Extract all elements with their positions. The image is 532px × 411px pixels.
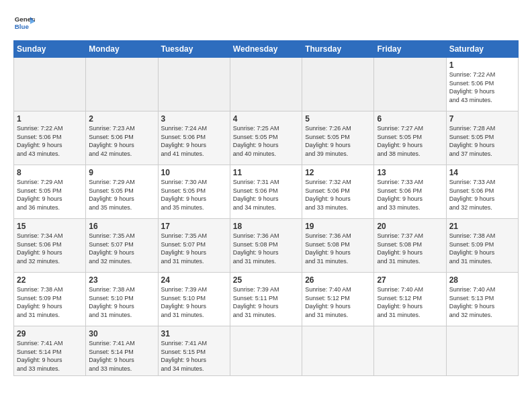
calendar-cell: 12 Sunrise: 7:32 AMSunset: 5:06 PMDaylig… <box>302 165 374 219</box>
calendar-cell: 1 Sunrise: 7:22 AMSunset: 5:06 PMDayligh… <box>14 111 86 165</box>
calendar-cell <box>446 326 518 376</box>
day-info: Sunrise: 7:26 AMSunset: 5:05 PMDaylight:… <box>305 125 351 157</box>
logo-icon: General Blue <box>13 12 35 34</box>
calendar-cell <box>158 58 230 111</box>
day-number: 21 <box>449 222 515 231</box>
calendar-cell: 28 Sunrise: 7:40 AMSunset: 5:13 PMDaylig… <box>446 273 518 326</box>
calendar-cell: 6 Sunrise: 7:27 AMSunset: 5:05 PMDayligh… <box>374 111 446 165</box>
calendar-cell: 5 Sunrise: 7:26 AMSunset: 5:05 PMDayligh… <box>302 111 374 165</box>
calendar-cell: 26 Sunrise: 7:40 AMSunset: 5:12 PMDaylig… <box>302 273 374 326</box>
day-info: Sunrise: 7:29 AMSunset: 5:05 PMDaylight:… <box>17 179 63 211</box>
day-info: Sunrise: 7:25 AMSunset: 5:05 PMDaylight:… <box>233 125 279 157</box>
day-info: Sunrise: 7:39 AMSunset: 5:11 PMDaylight:… <box>233 286 279 318</box>
day-number: 26 <box>305 275 371 285</box>
day-info: Sunrise: 7:36 AMSunset: 5:08 PMDaylight:… <box>233 232 279 265</box>
day-number: 18 <box>233 222 299 231</box>
page-container: General Blue SundayMondayTuesdayWednesda… <box>0 0 532 383</box>
day-info: Sunrise: 7:35 AMSunset: 5:07 PMDaylight:… <box>89 232 135 265</box>
day-info: Sunrise: 7:29 AMSunset: 5:05 PMDaylight:… <box>89 179 135 211</box>
calendar-cell: 29 Sunrise: 7:41 AMSunset: 5:14 PMDaylig… <box>14 326 86 376</box>
calendar-cell: 22 Sunrise: 7:38 AMSunset: 5:09 PMDaylig… <box>14 273 86 326</box>
day-info: Sunrise: 7:24 AMSunset: 5:06 PMDaylight:… <box>161 125 208 157</box>
day-number: 2 <box>89 114 154 124</box>
calendar-cell <box>302 58 374 111</box>
day-number: 16 <box>89 222 154 231</box>
day-info: Sunrise: 7:38 AMSunset: 5:10 PMDaylight:… <box>89 286 135 318</box>
calendar-header-row: SundayMondayTuesdayWednesdayThursdayFrid… <box>14 41 519 58</box>
calendar-cell: 3 Sunrise: 7:24 AMSunset: 5:06 PMDayligh… <box>158 111 230 165</box>
day-info: Sunrise: 7:35 AMSunset: 5:07 PMDaylight:… <box>161 232 208 265</box>
day-info: Sunrise: 7:27 AMSunset: 5:05 PMDaylight:… <box>377 125 423 157</box>
svg-text:Blue: Blue <box>15 23 30 30</box>
day-number: 13 <box>377 168 443 177</box>
col-header-wednesday: Wednesday <box>230 41 302 58</box>
calendar-cell <box>230 326 302 376</box>
calendar-cell <box>230 58 302 111</box>
col-header-saturday: Saturday <box>446 41 518 58</box>
day-number: 20 <box>377 222 443 231</box>
calendar-cell: 8 Sunrise: 7:29 AMSunset: 5:05 PMDayligh… <box>14 165 86 219</box>
day-number: 1 <box>17 114 83 124</box>
day-info: Sunrise: 7:34 AMSunset: 5:06 PMDaylight:… <box>17 232 63 265</box>
day-number: 27 <box>377 275 443 285</box>
day-number: 3 <box>161 114 227 124</box>
col-header-sunday: Sunday <box>14 41 86 58</box>
day-info: Sunrise: 7:36 AMSunset: 5:08 PMDaylight:… <box>305 232 351 265</box>
calendar-cell: 7 Sunrise: 7:28 AMSunset: 5:05 PMDayligh… <box>446 111 518 165</box>
day-number: 22 <box>17 275 83 285</box>
day-number: 6 <box>377 114 443 124</box>
calendar-week-row: 29 Sunrise: 7:41 AMSunset: 5:14 PMDaylig… <box>14 326 519 376</box>
day-info: Sunrise: 7:22 AMSunset: 5:06 PMDaylight:… <box>17 125 63 157</box>
calendar-cell: 10 Sunrise: 7:30 AMSunset: 5:05 PMDaylig… <box>158 165 230 219</box>
day-number: 5 <box>305 114 371 124</box>
day-info: Sunrise: 7:31 AMSunset: 5:06 PMDaylight:… <box>233 179 279 211</box>
day-number: 19 <box>305 222 371 231</box>
day-info: Sunrise: 7:28 AMSunset: 5:05 PMDaylight:… <box>449 125 496 157</box>
day-number: 10 <box>161 168 227 177</box>
calendar-table: SundayMondayTuesdayWednesdayThursdayFrid… <box>13 40 519 376</box>
calendar-cell: 13 Sunrise: 7:33 AMSunset: 5:06 PMDaylig… <box>374 165 446 219</box>
calendar-cell: 17 Sunrise: 7:35 AMSunset: 5:07 PMDaylig… <box>158 219 230 273</box>
day-number: 29 <box>17 329 83 338</box>
day-number: 9 <box>89 168 154 177</box>
calendar-cell: 14 Sunrise: 7:33 AMSunset: 5:06 PMDaylig… <box>446 165 518 219</box>
day-info: Sunrise: 7:40 AMSunset: 5:13 PMDaylight:… <box>449 286 496 318</box>
day-number: 11 <box>233 168 299 177</box>
calendar-cell <box>302 326 374 376</box>
calendar-cell <box>374 58 446 111</box>
day-info: Sunrise: 7:22 AMSunset: 5:06 PMDaylight:… <box>449 71 496 103</box>
day-number: 23 <box>89 275 154 285</box>
day-info: Sunrise: 7:33 AMSunset: 5:06 PMDaylight:… <box>377 179 423 211</box>
calendar-body: 1 Sunrise: 7:22 AMSunset: 5:06 PMDayligh… <box>14 58 519 376</box>
day-info: Sunrise: 7:38 AMSunset: 5:09 PMDaylight:… <box>449 232 496 265</box>
calendar-cell: 18 Sunrise: 7:36 AMSunset: 5:08 PMDaylig… <box>230 219 302 273</box>
day-number: 8 <box>17 168 83 177</box>
calendar-cell: 30 Sunrise: 7:41 AMSunset: 5:14 PMDaylig… <box>86 326 158 376</box>
day-info: Sunrise: 7:41 AMSunset: 5:14 PMDaylight:… <box>17 340 63 372</box>
day-number: 7 <box>449 114 515 124</box>
calendar-cell: 16 Sunrise: 7:35 AMSunset: 5:07 PMDaylig… <box>86 219 158 273</box>
day-number: 15 <box>17 222 83 231</box>
calendar-week-row: 1 Sunrise: 7:22 AMSunset: 5:06 PMDayligh… <box>14 58 519 111</box>
day-info: Sunrise: 7:30 AMSunset: 5:05 PMDaylight:… <box>161 179 208 211</box>
col-header-monday: Monday <box>86 41 158 58</box>
day-number: 1 <box>449 60 515 70</box>
calendar-week-row: 15 Sunrise: 7:34 AMSunset: 5:06 PMDaylig… <box>14 219 519 273</box>
calendar-week-row: 22 Sunrise: 7:38 AMSunset: 5:09 PMDaylig… <box>14 273 519 326</box>
day-number: 28 <box>449 275 515 285</box>
day-info: Sunrise: 7:37 AMSunset: 5:08 PMDaylight:… <box>377 232 423 265</box>
calendar-cell: 4 Sunrise: 7:25 AMSunset: 5:05 PMDayligh… <box>230 111 302 165</box>
calendar-week-row: 1 Sunrise: 7:22 AMSunset: 5:06 PMDayligh… <box>14 111 519 165</box>
logo: General Blue <box>13 12 35 34</box>
calendar-cell <box>14 58 86 111</box>
calendar-cell: 21 Sunrise: 7:38 AMSunset: 5:09 PMDaylig… <box>446 219 518 273</box>
day-info: Sunrise: 7:23 AMSunset: 5:06 PMDaylight:… <box>89 125 135 157</box>
day-number: 25 <box>233 275 299 285</box>
calendar-cell: 20 Sunrise: 7:37 AMSunset: 5:08 PMDaylig… <box>374 219 446 273</box>
day-number: 30 <box>89 329 154 338</box>
day-info: Sunrise: 7:41 AMSunset: 5:14 PMDaylight:… <box>89 340 135 372</box>
calendar-cell: 27 Sunrise: 7:40 AMSunset: 5:12 PMDaylig… <box>374 273 446 326</box>
calendar-cell: 1 Sunrise: 7:22 AMSunset: 5:06 PMDayligh… <box>446 58 518 111</box>
day-info: Sunrise: 7:33 AMSunset: 5:06 PMDaylight:… <box>449 179 496 211</box>
calendar-cell: 2 Sunrise: 7:23 AMSunset: 5:06 PMDayligh… <box>86 111 158 165</box>
